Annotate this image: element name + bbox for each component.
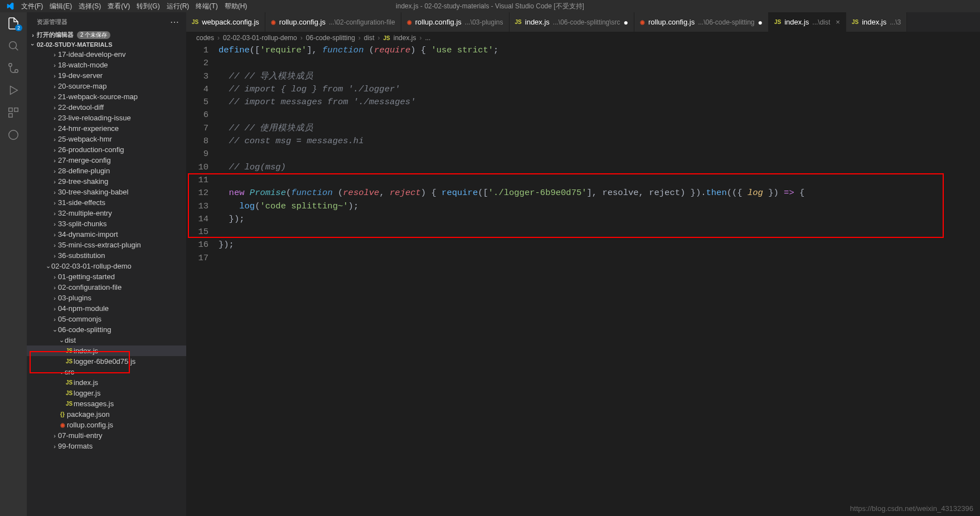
editor-tab[interactable]: ◉rollup.config.js...\02-configuration-fi… (265, 12, 401, 32)
breadcrumb-item[interactable]: 06-code-splitting (306, 34, 355, 42)
close-icon[interactable]: × (836, 18, 840, 26)
tree-item-label: 02-02-03-01-rollup-demo (51, 262, 132, 270)
code-line[interactable]: // import { log } from './logger' (219, 83, 980, 96)
breadcrumb-item[interactable]: dist (364, 34, 375, 42)
folder-item[interactable]: ⌄src (27, 367, 186, 377)
folder-item[interactable]: ›25-webpack-hmr (27, 134, 186, 144)
code-line[interactable]: // // 使用模块成员 (219, 122, 980, 135)
menu-item[interactable]: 帮助(H) (221, 1, 251, 11)
tree-item-label: src (65, 368, 74, 376)
folder-item[interactable]: ›04-npm-module (27, 303, 186, 314)
open-editors-section[interactable]: › 打开的编辑器 2 个未保存 (27, 30, 186, 40)
tab-label: rollup.config.js (648, 18, 695, 26)
debug-icon[interactable] (7, 84, 20, 97)
editor-tab[interactable]: JSwebpack.config.js (186, 12, 265, 32)
folder-item[interactable]: ›33-split-chunks (27, 218, 186, 229)
code-area[interactable]: 1234567891011121314151617 define(['requi… (186, 44, 980, 516)
folder-item[interactable]: ›99-formats (27, 441, 186, 451)
folder-item[interactable]: ›24-hmr-experience (27, 123, 186, 134)
menu-item[interactable]: 查看(V) (104, 1, 133, 11)
folder-item[interactable]: ›35-mini-css-extract-plugin (27, 240, 186, 250)
folder-item[interactable]: ›02-configuration-file (27, 282, 186, 293)
folder-item[interactable]: ›21-webpack-source-map (27, 91, 186, 102)
code-line[interactable]: }); (219, 238, 980, 251)
folder-item[interactable]: ⌄dist (27, 335, 186, 345)
code-line[interactable] (219, 109, 980, 121)
menu-item[interactable]: 选择(S) (75, 1, 104, 11)
folder-item[interactable]: ›23-live-reloading-issue (27, 113, 186, 123)
folder-item[interactable]: ›31-side-effects (27, 197, 186, 208)
menu-item[interactable]: 编辑(E) (46, 1, 75, 11)
folder-item[interactable]: ›36-substitution (27, 250, 186, 261)
code-line[interactable] (219, 252, 980, 265)
menu-item[interactable]: 终端(T) (192, 1, 221, 11)
editor-tab[interactable]: JSindex.js...\dist× (769, 12, 846, 32)
editor-tab[interactable]: JSindex.js...\3 (846, 12, 907, 32)
explorer-icon[interactable]: 2 (7, 17, 20, 30)
breadcrumbs[interactable]: codes›02-02-03-01-rollup-demo›06-code-sp… (186, 32, 980, 44)
folder-item[interactable]: ›19-dev-server (27, 70, 186, 81)
breadcrumb-item[interactable]: codes (196, 34, 214, 42)
folder-item[interactable]: ›34-dynamic-import (27, 229, 186, 240)
code-line[interactable]: // const msg = messages.hi (219, 135, 980, 148)
menu-item[interactable]: 文件(F) (18, 1, 46, 11)
tree-item-label: 27-merge-config (58, 156, 111, 164)
menu-item[interactable]: 转到(G) (133, 1, 163, 11)
breadcrumb-item[interactable]: 02-02-03-01-rollup-demo (223, 34, 297, 42)
activity-bar: 2 (0, 12, 27, 516)
explorer-badge: 2 (15, 25, 22, 31)
code-line[interactable]: log('code splitting~'); (219, 200, 980, 213)
folder-item[interactable]: ›17-ideal-develop-env (27, 49, 186, 60)
file-item[interactable]: JSlogger-6b9e0d75.js (27, 356, 186, 367)
code-line[interactable] (219, 148, 980, 160)
code-line[interactable]: define(['require'], function (require) {… (219, 44, 980, 57)
more-icon[interactable]: ⋯ (170, 17, 179, 27)
editor-tab[interactable]: ◉rollup.config.js...\03-plugins (401, 12, 510, 32)
line-number: 11 (186, 174, 208, 187)
folder-item[interactable]: ›28-define-plugin (27, 165, 186, 176)
file-item[interactable]: {}package.json (27, 409, 186, 420)
editor-tab[interactable]: JSindex.js...\06-code-splitting\src● (510, 12, 635, 32)
editor-tab[interactable]: ◉rollup.config.js...\06-code-splitting● (634, 12, 769, 32)
breadcrumb-item[interactable]: ... (425, 34, 430, 42)
source-control-icon[interactable] (7, 61, 20, 75)
remote-icon[interactable] (7, 128, 20, 142)
menu-item[interactable]: 运行(R) (163, 1, 193, 11)
code-line[interactable] (219, 57, 980, 70)
folder-item[interactable]: ›29-tree-shaking (27, 176, 186, 187)
folder-item[interactable]: ›32-multiple-entry (27, 208, 186, 218)
search-icon[interactable] (7, 39, 20, 52)
workspace-root-section[interactable]: › 02-02-STUDY-MATERIALS (27, 40, 186, 49)
folder-item[interactable]: ›01-getting-started (27, 271, 186, 282)
breadcrumb-item[interactable]: index.js (394, 34, 416, 42)
file-item[interactable]: JSmessages.js (27, 398, 186, 409)
tree-item-label: 29-tree-shaking (58, 177, 108, 186)
folder-item[interactable]: ›26-production-config (27, 144, 186, 155)
code-line[interactable]: // // 导入模块成员 (219, 70, 980, 83)
folder-item[interactable]: ›30-tree-shaking-babel (27, 187, 186, 197)
file-item[interactable]: JSindex.js (27, 345, 186, 356)
file-item[interactable]: ◉rollup.config.js (27, 420, 186, 430)
code-content[interactable]: define(['require'], function (require) {… (219, 44, 980, 516)
code-line[interactable] (219, 226, 980, 238)
folder-item[interactable]: ›22-devtool-diff (27, 102, 186, 113)
code-line[interactable] (219, 174, 980, 187)
extensions-icon[interactable] (7, 106, 20, 119)
folder-item[interactable]: ›27-merge-config (27, 155, 186, 165)
code-line[interactable]: new Promise(function (resolve, reject) {… (219, 187, 980, 199)
folder-item[interactable]: ›05-commonjs (27, 314, 186, 324)
code-line[interactable]: // import messages from './messages' (219, 96, 980, 109)
file-item[interactable]: JSindex.js (27, 377, 186, 388)
folder-item[interactable]: ⌄02-02-03-01-rollup-demo (27, 261, 186, 271)
folder-item[interactable]: ⌄06-code-splitting (27, 324, 186, 335)
code-line[interactable]: }); (219, 213, 980, 226)
tree-item-label: messages.js (74, 400, 114, 408)
code-line[interactable]: // log(msg) (219, 161, 980, 174)
folder-item[interactable]: ›07-multi-entry (27, 430, 186, 441)
folder-item[interactable]: ›03-plugins (27, 293, 186, 303)
folder-item[interactable]: ›18-watch-mode (27, 60, 186, 70)
file-item[interactable]: JSlogger.js (27, 388, 186, 398)
chevron-right-icon: › (51, 274, 58, 280)
tree-item-label: 01-getting-started (58, 272, 115, 281)
folder-item[interactable]: ›20-source-map (27, 81, 186, 91)
